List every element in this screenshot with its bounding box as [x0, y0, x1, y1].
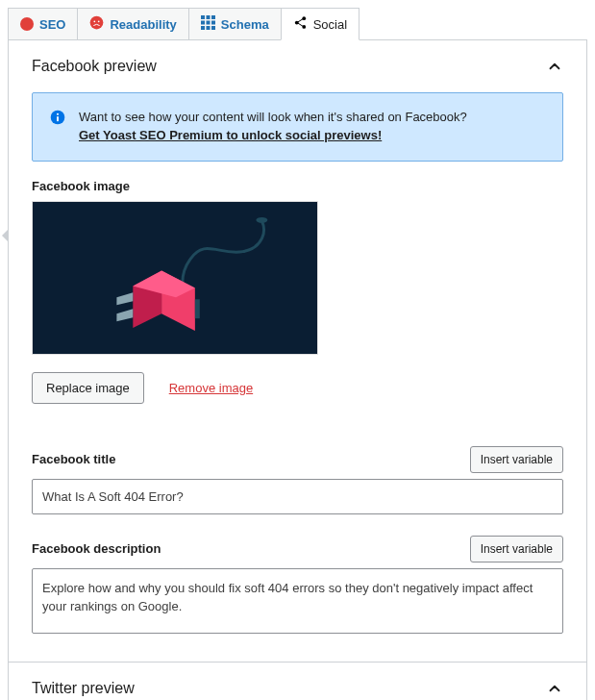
tab-schema[interactable]: Schema: [188, 8, 282, 40]
svg-rect-11: [211, 26, 215, 30]
grid-icon: [201, 15, 215, 33]
svg-line-16: [298, 23, 303, 26]
tab-seo[interactable]: SEO: [8, 8, 78, 40]
section-title: Facebook preview: [32, 58, 157, 75]
facebook-title-label: Facebook title: [32, 452, 115, 466]
chevron-up-icon: [546, 680, 563, 697]
tab-readability[interactable]: Readability: [77, 8, 188, 40]
social-panel: Facebook preview Want to see how your co…: [8, 39, 587, 700]
facebook-section-header[interactable]: Facebook preview: [9, 40, 586, 92]
svg-rect-3: [201, 15, 205, 19]
tab-label: SEO: [39, 17, 65, 32]
panel-caret: [2, 229, 9, 242]
svg-rect-9: [201, 26, 205, 30]
tab-label: Schema: [221, 17, 269, 32]
svg-point-2: [98, 20, 100, 22]
section-title: Twitter preview: [32, 680, 135, 697]
svg-point-13: [302, 16, 306, 20]
tab-label: Social: [313, 17, 347, 32]
remove-image-link[interactable]: Remove image: [169, 381, 253, 395]
svg-rect-25: [195, 299, 200, 318]
svg-rect-6: [201, 21, 205, 25]
insert-variable-button[interactable]: Insert variable: [470, 446, 563, 473]
tab-label: Readability: [110, 17, 176, 32]
facebook-title-row: Facebook title Insert variable: [9, 446, 586, 479]
share-icon: [293, 15, 308, 33]
svg-point-14: [302, 25, 306, 29]
svg-rect-10: [206, 26, 210, 30]
notice-body: Want to see how your content will look w…: [79, 109, 467, 145]
notice-text: Want to see how your content will look w…: [79, 110, 467, 124]
svg-point-12: [295, 21, 299, 25]
facebook-description-input[interactable]: [32, 568, 563, 634]
tablist: SEO Readability Schema Social: [0, 0, 595, 40]
replace-image-button[interactable]: Replace image: [32, 372, 144, 404]
premium-notice: Want to see how your content will look w…: [32, 92, 563, 162]
svg-rect-5: [211, 15, 215, 19]
tab-social[interactable]: Social: [281, 8, 359, 40]
svg-rect-7: [206, 21, 210, 25]
svg-point-18: [57, 113, 59, 115]
info-icon: [50, 110, 65, 145]
status-dot-red: [20, 17, 34, 31]
chevron-up-icon: [546, 58, 563, 75]
premium-link[interactable]: Get Yoast SEO Premium to unlock social p…: [79, 128, 382, 142]
facebook-description-row: Facebook description Insert variable: [9, 536, 586, 568]
svg-rect-4: [206, 15, 210, 19]
svg-point-0: [90, 16, 104, 30]
twitter-section-header[interactable]: Twitter preview: [9, 662, 586, 700]
svg-point-21: [256, 217, 267, 223]
facebook-image-preview: [32, 201, 318, 355]
facebook-title-input[interactable]: [32, 479, 563, 514]
svg-rect-8: [211, 21, 215, 25]
facebook-image-label: Facebook image: [32, 179, 563, 201]
sad-face-icon: [89, 15, 104, 33]
plug-illustration: [33, 202, 317, 355]
svg-line-15: [298, 19, 303, 22]
insert-variable-button[interactable]: Insert variable: [470, 536, 563, 562]
svg-rect-19: [57, 116, 59, 121]
facebook-description-label: Facebook description: [32, 541, 161, 556]
svg-point-1: [94, 20, 96, 22]
